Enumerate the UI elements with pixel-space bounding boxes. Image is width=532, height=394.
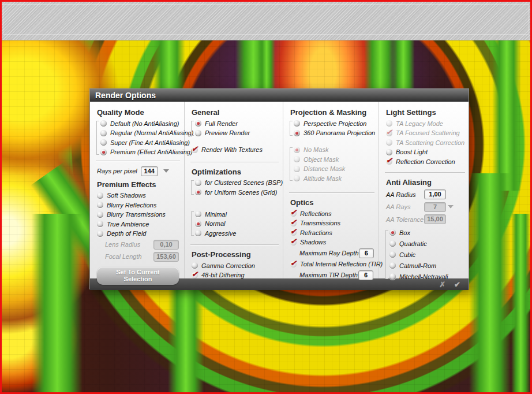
maximum-tir-depth-value[interactable]: 6 bbox=[358, 270, 373, 280]
check-refractions[interactable]: Refractions bbox=[290, 229, 373, 236]
scene-green-streak bbox=[511, 214, 530, 392]
radio-clustered-scenes-bsp[interactable]: for Clustered Scenes (BSP) bbox=[195, 179, 278, 187]
radio-quadratic-filter[interactable]: Quadratic bbox=[389, 240, 464, 247]
lens-radius-field: Lens Radius 0,10 bbox=[105, 240, 179, 250]
check-ta-focused-scattering: TA Focused Scattering bbox=[386, 129, 464, 137]
aa-radius-label: AA Radius bbox=[386, 191, 424, 198]
checkbox-icon bbox=[97, 231, 103, 237]
radio-selected-icon bbox=[195, 189, 201, 195]
radio-icon bbox=[100, 139, 107, 146]
divider bbox=[96, 161, 180, 162]
projection-masking-header: Projection & Masking bbox=[290, 108, 373, 117]
quality-mode-header: Quality Mode bbox=[97, 108, 179, 117]
aa-tolerance-label: AA Tolerance bbox=[386, 216, 424, 223]
radio-label: Regular (Normal AntiAliasing) bbox=[110, 129, 193, 136]
radio-icon bbox=[294, 156, 300, 162]
radio-label: for Uniform Scenes (Grid) bbox=[205, 189, 277, 196]
checkbox-icon bbox=[97, 202, 103, 208]
checkmark-icon bbox=[290, 239, 297, 246]
radio-label: Distance Mask bbox=[304, 165, 345, 172]
check-shadows[interactable]: Shadows bbox=[290, 239, 373, 246]
radio-label: Full Render bbox=[205, 120, 238, 127]
check-true-ambience[interactable]: True Ambience bbox=[97, 220, 179, 228]
checkbox-icon bbox=[192, 262, 198, 269]
radio-uniform-scenes-grid[interactable]: for Uniform Scenes (Grid) bbox=[195, 188, 278, 196]
checkbox-label: Reflections bbox=[300, 210, 331, 217]
radio-full-render[interactable]: Full Render bbox=[195, 120, 278, 127]
radio-label: Perspective Projection bbox=[304, 120, 366, 127]
radio-selected-icon bbox=[294, 147, 300, 153]
checkmark-icon bbox=[192, 147, 198, 153]
radio-label: Preview Render bbox=[205, 129, 250, 136]
checkmark-icon bbox=[290, 220, 297, 226]
check-reflections[interactable]: Reflections bbox=[290, 210, 373, 217]
checkbox-icon bbox=[97, 211, 103, 218]
radio-preview-render[interactable]: Preview Render bbox=[195, 129, 278, 137]
aa-radius-field: AA Radius 1,00 bbox=[386, 189, 464, 199]
optimizations-header: Optimizations bbox=[192, 168, 278, 176]
radio-mitchell-netravali-filter[interactable]: Mitchell-Netravali bbox=[389, 273, 464, 280]
radio-minimal[interactable]: Minimal bbox=[195, 210, 278, 218]
cancel-button[interactable]: ✗ bbox=[439, 281, 445, 288]
check-ta-legacy-mode: TA Legacy Mode bbox=[386, 120, 464, 127]
check-total-internal-reflection[interactable]: Total Internal Reflection (TIR) bbox=[290, 261, 373, 268]
check-soft-shadows[interactable]: Soft Shadows bbox=[97, 192, 179, 199]
check-blurry-reflections[interactable]: Blurry Reflections bbox=[97, 201, 179, 209]
aa-tolerance-field: AA Tolerance 15,00 bbox=[386, 214, 464, 224]
radio-normal[interactable]: Normal bbox=[195, 220, 278, 228]
radio-label: Aggressive bbox=[205, 230, 236, 237]
dialog-body: Quality Mode Default (No AntiAliasing) R… bbox=[90, 102, 469, 278]
radio-icon bbox=[100, 120, 107, 127]
check-reflection-correction[interactable]: Reflection Correction bbox=[386, 158, 464, 165]
dialog-title: Render Options bbox=[95, 91, 156, 100]
radio-aggressive[interactable]: Aggressive bbox=[195, 229, 278, 237]
aa-filter-group: Box Quadratic Cubic Catmull-Rom bbox=[389, 229, 464, 280]
aa-rays-value: 7 bbox=[424, 202, 446, 212]
checkbox-label: Total Internal Reflection (TIR) bbox=[300, 261, 383, 267]
radio-perspective-projection[interactable]: Perspective Projection bbox=[294, 120, 373, 127]
scene-green-streak bbox=[469, 173, 511, 392]
radio-regular-antialiasing[interactable]: Regular (Normal AntiAliasing) bbox=[100, 129, 179, 137]
check-boost-light[interactable]: Boost Light bbox=[386, 148, 464, 156]
radio-label: Minimal bbox=[205, 211, 227, 218]
confirm-button[interactable]: ✔ bbox=[454, 281, 460, 288]
radio-360-panorama-projection[interactable]: 360 Panorama Projection bbox=[294, 129, 373, 137]
checkbox-icon bbox=[386, 120, 392, 127]
lens-radius-label: Lens Radius bbox=[105, 241, 153, 248]
divider bbox=[190, 244, 279, 246]
radio-icon bbox=[389, 262, 396, 269]
radio-default-antialiasing[interactable]: Default (No AntiAliasing) bbox=[100, 120, 179, 127]
radio-cubic-filter[interactable]: Cubic bbox=[389, 251, 464, 258]
radio-label: Altitude Mask bbox=[304, 175, 342, 182]
radio-label: Box bbox=[399, 229, 410, 236]
rays-per-pixel-row: Rays per pixel 144 bbox=[97, 166, 179, 176]
scene-green-streak bbox=[32, 214, 83, 392]
rays-per-pixel-dropdown-icon[interactable] bbox=[163, 169, 169, 173]
check-gamma-correction[interactable]: Gamma Correction bbox=[192, 262, 278, 269]
radio-icon bbox=[389, 251, 396, 258]
check-render-with-textures[interactable]: Render With Textures bbox=[192, 146, 278, 154]
checkmark-icon bbox=[192, 272, 198, 278]
render-mode-group: Full Render Preview Render bbox=[195, 120, 278, 137]
check-depth-of-field[interactable]: Depth of Field bbox=[97, 230, 179, 237]
column-general: General Full Render Preview Render Rende… bbox=[185, 102, 283, 278]
checkbox-label: Refractions bbox=[300, 229, 332, 236]
radio-premium-antialiasing[interactable]: Premium (Effect AntiAliasing) bbox=[100, 148, 179, 156]
focal-length-field: Focal Length 153,60 bbox=[105, 252, 179, 262]
radio-catmull-rom-filter[interactable]: Catmull-Rom bbox=[389, 262, 464, 269]
radio-box-filter[interactable]: Box bbox=[389, 229, 464, 236]
aa-radius-value[interactable]: 1,00 bbox=[424, 189, 446, 199]
dialog-titlebar[interactable]: Render Options bbox=[90, 89, 469, 102]
maximum-ray-depth-value[interactable]: 6 bbox=[359, 248, 374, 258]
radio-label: Cubic bbox=[399, 251, 415, 258]
check-blurry-transmissions[interactable]: Blurry Transmissions bbox=[97, 211, 179, 218]
check-48bit-dithering[interactable]: 48-bit Dithering bbox=[192, 272, 278, 279]
set-to-current-selection-button[interactable]: Set To Current Selection bbox=[97, 267, 179, 285]
checkmark-icon bbox=[386, 158, 392, 165]
radio-label: Catmull-Rom bbox=[399, 262, 436, 269]
radio-label: Mitchell-Netravali bbox=[399, 273, 448, 280]
check-transmissions[interactable]: Transmissions bbox=[290, 220, 373, 227]
rays-per-pixel-value[interactable]: 144 bbox=[141, 166, 158, 176]
scene-green-streak bbox=[492, 40, 521, 191]
radio-super-antialiasing[interactable]: Super (Fine Art AntiAliasing) bbox=[100, 139, 179, 146]
